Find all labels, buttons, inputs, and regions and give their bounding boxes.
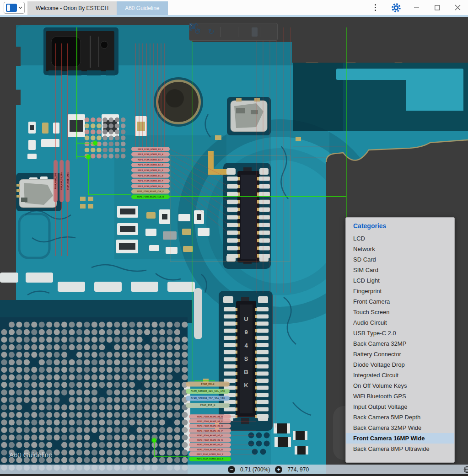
tab-a60-guideline[interactable]: A60 Guideline <box>117 1 167 15</box>
category-item[interactable]: SIM Card <box>346 265 454 275</box>
svg-text:B: B <box>244 369 248 375</box>
category-item[interactable]: SD Card <box>346 254 454 265</box>
category-item[interactable]: Diode Voltage Drop <box>346 359 454 370</box>
kebab-menu-icon[interactable] <box>365 0 386 15</box>
category-item[interactable]: Battery Connector <box>346 349 454 359</box>
category-item[interactable]: Fingerprint <box>346 286 454 296</box>
signal-label: MIPI_FCAM_RCAM3_D3_P <box>131 147 170 151</box>
ic-chip <box>46 31 115 75</box>
signal-label: MIPI_FCAM_RCAM3_D0_N <box>131 184 170 188</box>
title-bar: Welcome - Orion By ESTECH A60 Guideline <box>0 0 468 15</box>
categories-title: Categories <box>353 222 454 230</box>
category-item[interactable]: Network <box>346 244 454 254</box>
rotate-right-icon[interactable]: ↻ <box>205 26 218 38</box>
categories-panel: Categories LCDNetworkSD CardSIM CardLCD … <box>345 217 455 463</box>
signal-label: FCAM_SENSOR_I2C_SCL_1P8 <box>186 389 230 394</box>
minimize-button[interactable] <box>406 0 427 15</box>
svg-text:4: 4 <box>244 342 248 349</box>
tab-welcome[interactable]: Welcome - Orion By ESTECH <box>27 1 117 15</box>
svg-text:S: S <box>244 355 248 362</box>
signal-label: FCAM_SENSOR_I2C_SDA_1P8 <box>186 396 230 401</box>
signal-label: MIPI_FCAM_RCAM3_D1_P <box>131 168 170 173</box>
signal-label: MIPI_FCAM_RCAM3_D0_N <box>189 414 231 418</box>
zoom-out-button[interactable]: − <box>228 466 235 473</box>
category-item[interactable]: Back Camera 5MP Depth <box>346 412 454 423</box>
canvas-toolbar: ↺ ↻ <box>189 23 278 41</box>
cursor-coordinates: 774, 970 <box>287 466 309 473</box>
power-rail-labels: FCAM_AVDD_2P8VDD_CAM_IO_1P8FCAM_DVDD_1P0… <box>54 160 70 202</box>
annotate-dropdown-chevron-icon[interactable] <box>252 27 258 37</box>
category-item[interactable]: Front Camera <box>346 296 454 307</box>
titlebar-spacer <box>168 0 365 15</box>
signal-label: MIPI_FCAM_RCAM3_CLK_N <box>189 457 231 461</box>
application-window: Welcome - Orion By ESTECH A60 Guideline <box>0 0 468 476</box>
signal-label: MIPI_FCAM_RCAM3_D3_P <box>189 428 231 433</box>
power-rail-label: FCAM_DVDD_1P05 <box>65 160 70 202</box>
svg-text:U: U <box>244 316 248 322</box>
canvas-watermark-text: A60 Guideline <box>9 451 52 459</box>
zoom-level-text: 0,71 (700%) <box>240 466 270 473</box>
signal-label: MIPI_FCAM_RCAM3_D1_N <box>131 173 170 178</box>
magnifier-icon[interactable] <box>263 26 275 38</box>
category-item[interactable]: LCD Light <box>346 275 454 286</box>
signal-label: MIPI_FCAM_RCAM3_D2_N <box>131 163 170 167</box>
svg-text:FCAM_SENSOR_I2C_SDA_1P8: FCAM_SENSOR_I2C_SDA_1P8 <box>191 397 225 400</box>
emi-shield-left <box>16 179 57 208</box>
app-menu-button[interactable] <box>4 2 25 14</box>
category-item[interactable]: Back Camera 32MP <box>346 338 454 349</box>
signal-label: MIPI_FCAM_RCAM3_D2_N <box>189 438 231 442</box>
signal-label: MIPI_FCAM_RCAM3_D0_P <box>189 419 231 423</box>
signal-label: MIPI_FCAM_RCAM3_CLK_P <box>189 452 231 456</box>
category-item[interactable]: Touch Screen <box>346 307 454 317</box>
close-button[interactable] <box>447 0 468 15</box>
category-item[interactable]: Audio Circuit <box>346 317 454 328</box>
zoom-in-button[interactable]: + <box>275 466 282 473</box>
bottom-edge-strip <box>0 474 468 476</box>
chevron-down-icon <box>18 6 22 9</box>
category-item[interactable]: Back Camera 32MP Wide <box>346 423 454 433</box>
category-item[interactable]: LCD <box>346 233 454 244</box>
app-logo-icon <box>6 4 17 12</box>
category-item[interactable]: Back Camera 8MP Ultrawide <box>346 444 454 454</box>
window-controls <box>365 0 468 15</box>
categories-list: LCDNetworkSD CardSIM CardLCD LightFinger… <box>346 233 454 454</box>
category-item[interactable]: Input Output Voltage <box>346 401 454 412</box>
fit-to-screen-icon[interactable] <box>223 26 236 38</box>
signal-label: MIPI_FCAM_RCAM3_D3_N <box>131 152 170 157</box>
category-item[interactable]: USB Type-C 2.0 <box>346 328 454 338</box>
svg-text:FCAM_MCLK: FCAM_MCLK <box>201 383 215 386</box>
signal-label: FCAM_RST_N <box>186 403 230 408</box>
signal-label: MIPI_FCAM_RCAM3_D2_P <box>131 157 170 162</box>
category-item[interactable]: Integrated Circuit <box>346 370 454 380</box>
power-rail-label: FCAM_AVDD_2P8 <box>54 160 58 202</box>
status-bar: − 0,71 (700%) + 774, 970 <box>0 465 468 474</box>
svg-text:9: 9 <box>244 329 247 336</box>
category-item[interactable]: On Off Volume Keys <box>346 380 454 391</box>
category-item[interactable]: Front Camera 16MP Wide <box>346 433 454 444</box>
svg-text:K: K <box>244 382 248 389</box>
annotate-pen-icon[interactable] <box>241 26 251 38</box>
category-item[interactable]: WiFi Bluetooth GPS <box>346 391 454 401</box>
svg-text:FCAM_SENSOR_I2C_SCL_1P8: FCAM_SENSOR_I2C_SCL_1P8 <box>191 390 225 393</box>
signal-label: MIPI_FCAM_RCAM3_D2_P <box>189 433 231 438</box>
signal-label: MIPI_FCAM_RCAM3_D3_N <box>189 424 231 428</box>
signal-label: MIPI_FCAM_RCAM3_D1_P <box>189 443 231 447</box>
signal-label: MIPI_FCAM_RCAM3_CLK_P <box>131 189 170 194</box>
maximize-button[interactable] <box>427 0 447 15</box>
svg-text:FCAM_RST_N: FCAM_RST_N <box>200 404 215 407</box>
signal-label: MIPI_FCAM_RCAM3_D0_P <box>131 179 170 183</box>
power-rail-label: VDD_CAM_IO_1P8 <box>59 160 64 202</box>
signal-label: MIPI_FCAM_RCAM3_D1_N <box>189 447 231 451</box>
signal-label: MIPI_FCAM_RCAM3_CLK_N <box>131 195 170 199</box>
settings-gear-icon[interactable] <box>386 0 406 15</box>
emi-shield-top <box>231 98 267 132</box>
pcb-viewer-canvas[interactable]: U94SBK <box>0 17 468 476</box>
signal-label: FCAM_MCLK <box>186 382 230 387</box>
